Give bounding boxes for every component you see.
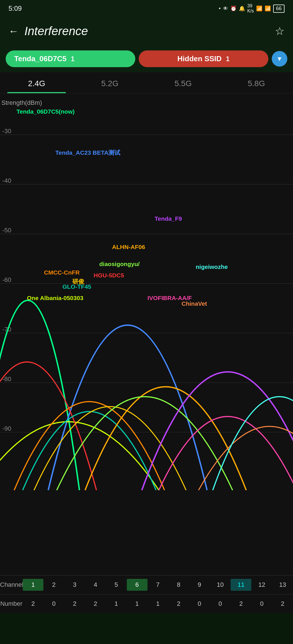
network-dropdown-button[interactable]: ▼ (272, 51, 287, 67)
number-ch13: 2 (272, 598, 293, 610)
secondary-network-name: Hidden SSID (177, 54, 222, 63)
channel-2: 2 (43, 579, 64, 591)
chart-svg (0, 93, 293, 575)
channel-1: 1 (23, 579, 43, 591)
channel-12: 12 (251, 579, 272, 591)
frequency-tabs: 2.4G 5.2G 5.5G 5.8G (0, 72, 293, 93)
wifi-icon: 📶 (256, 5, 262, 12)
data-speed: 39K/s (247, 3, 254, 14)
number-ch3: 2 (64, 598, 85, 610)
number-ch9: 0 (189, 598, 210, 610)
network-tabs: Tenda_06D7C5 1 Hidden SSID 1 ▼ (0, 45, 293, 72)
status-bar: 5:09 • 👁 ⏰ 🔔 39K/s 📶 📶 66 (0, 0, 293, 17)
channel-row-label: Channel (0, 581, 23, 588)
secondary-network-tab[interactable]: Hidden SSID 1 (139, 50, 268, 67)
number-ch6: 1 (127, 598, 147, 610)
number-row-label: Number (0, 600, 23, 607)
number-ch1: 2 (23, 598, 43, 610)
favorite-button[interactable]: ☆ (275, 25, 284, 37)
battery-icon: 66 (273, 5, 284, 13)
channel-10: 10 (210, 579, 231, 591)
primary-network-count: 1 (71, 55, 75, 63)
channel-4: 4 (85, 579, 106, 591)
interference-chart: Strength(dBm) -30 -40 -50 -60 -70 -80 -9… (0, 93, 293, 575)
channel-8: 8 (168, 579, 189, 591)
primary-network-name: Tenda_06D7C5 (14, 54, 67, 63)
channel-row: Channel 1 2 3 4 5 6 7 8 9 10 11 12 13 (0, 575, 293, 594)
number-ch10: 0 (210, 598, 231, 610)
page-title: Interference (24, 24, 269, 38)
channel-11: 11 (231, 579, 251, 591)
freq-tab-5.5g[interactable]: 5.5G (147, 72, 220, 93)
app-header: ← Interference ☆ (0, 17, 293, 45)
number-ch8: 2 (168, 598, 189, 610)
channel-3: 3 (64, 579, 85, 591)
alarm-icon: ⏰ (230, 5, 237, 12)
freq-tab-5.8g[interactable]: 5.8G (220, 72, 293, 93)
number-ch7: 1 (147, 598, 168, 610)
primary-network-tab[interactable]: Tenda_06D7C5 1 (6, 50, 135, 67)
signal-icon: 📶 (265, 5, 271, 12)
number-ch12: 0 (251, 598, 272, 610)
channel-13: 13 (272, 579, 293, 591)
channel-6: 6 (127, 579, 147, 591)
number-ch5: 1 (106, 598, 127, 610)
freq-tab-2.4g[interactable]: 2.4G (0, 72, 73, 93)
channel-5: 5 (106, 579, 127, 591)
back-button[interactable]: ← (9, 25, 19, 37)
channel-7: 7 (147, 579, 168, 591)
status-icons: • 👁 ⏰ 🔔 39K/s 📶 📶 66 (219, 3, 284, 14)
number-row: Number 2 0 2 2 1 1 1 2 0 0 2 0 2 (0, 594, 293, 613)
number-ch11: 2 (231, 598, 251, 610)
channel-9: 9 (189, 579, 210, 591)
freq-tab-5.2g[interactable]: 5.2G (73, 72, 146, 93)
number-ch4: 2 (85, 598, 106, 610)
secondary-network-count: 1 (226, 55, 229, 63)
number-ch2: 0 (43, 598, 64, 610)
bell-icon: 🔔 (239, 5, 245, 12)
dropdown-icon: ▼ (277, 55, 283, 63)
eye-icon: 👁 (223, 6, 228, 12)
status-time: 5:09 (9, 5, 22, 12)
dot-icon: • (219, 6, 221, 12)
